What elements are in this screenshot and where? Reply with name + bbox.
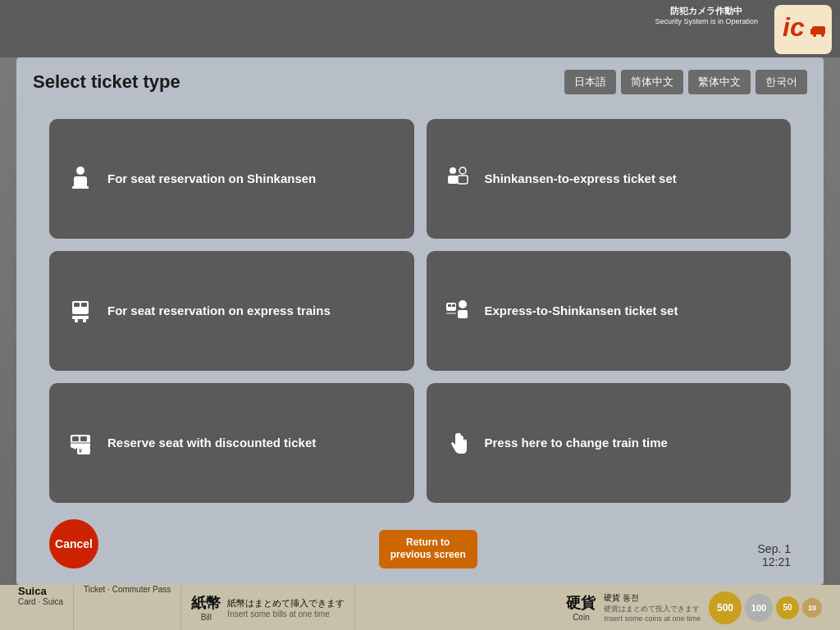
coin-desc-en: Insert some coins at one time <box>604 614 701 623</box>
suica-section: Suica Card · Suica <box>8 585 74 630</box>
screen-bottom: Cancel Return to previous screen Sep. 1 … <box>33 511 807 573</box>
express-shinkansen-set-label: Express-to-Shinkansen ticket set <box>485 303 678 319</box>
coin-50: 50 <box>776 596 799 619</box>
svg-text:+: + <box>73 445 77 452</box>
bottom-panel: Suica Card · Suica Ticket · Commuter Pas… <box>0 585 840 630</box>
security-title: 防犯カメラ作動中 <box>670 5 742 17</box>
shinkansen-express-set-label: Shinkansen-to-express ticket set <box>485 171 677 187</box>
screen-header: Select ticket type 日本語 简体中文 繁体中文 한국어 <box>33 70 807 94</box>
svg-rect-7 <box>72 186 89 189</box>
coin-sub1: 硬貨 동전 <box>604 592 701 604</box>
change-train-time-label: Press here to change train time <box>485 435 668 451</box>
suica-label2: Card · Suica <box>18 597 63 607</box>
coin-circles: 500 100 50 10 <box>709 591 822 624</box>
discount-seat-icon: + ¥ <box>66 428 95 458</box>
coin-kanji: 硬貨 <box>566 593 596 613</box>
svg-rect-6 <box>74 176 87 188</box>
svg-rect-14 <box>74 303 80 307</box>
express-connect-icon <box>443 296 472 326</box>
svg-rect-15 <box>81 303 87 307</box>
svg-rect-2 <box>810 29 814 34</box>
coin-section: 硬貨 Coin 硬貨 동전 硬貨はまとめて投入できます Insert some … <box>556 585 832 630</box>
svg-text:ic: ic <box>783 12 805 42</box>
security-notice: 防犯カメラ作動中 Security System is in Operation <box>655 5 758 25</box>
svg-point-10 <box>459 167 466 174</box>
language-buttons: 日本語 简体中文 繁体中文 한국어 <box>564 70 807 94</box>
bill-label: Bill <box>201 613 212 622</box>
ticket-grid: For seat reservation on Shinkansen Shink… <box>33 111 807 511</box>
express-shinkansen-set-button[interactable]: Express-to-Shinkansen ticket set <box>427 251 792 371</box>
bill-section: 紙幣 Bill 紙幣はまとめて挿入できます Insert some bills … <box>181 585 355 630</box>
ticket-label1: Ticket · Commuter Pass <box>84 585 171 595</box>
time-display: 12:21 <box>758 555 791 568</box>
shinkansen-express-set-button[interactable]: Shinkansen-to-express ticket set <box>427 119 792 239</box>
svg-rect-17 <box>75 319 78 322</box>
svg-rect-24 <box>446 313 456 314</box>
coin-500: 500 <box>709 591 742 624</box>
discounted-ticket-label: Reserve seat with discounted ticket <box>107 435 316 451</box>
svg-rect-11 <box>458 176 468 184</box>
screen-area: Select ticket type 日本語 简体中文 繁体中文 한국어 <box>16 57 824 585</box>
express-reservation-button[interactable]: For seat reservation on express trains <box>49 251 414 371</box>
express-seat-icon <box>66 296 95 326</box>
ic-card-logo: ic <box>774 5 832 54</box>
page-title: Select ticket type <box>33 71 180 93</box>
hand-pointer-icon <box>443 428 472 458</box>
train-seat-icon <box>66 164 95 194</box>
discounted-ticket-button[interactable]: + ¥ Reserve seat with discounted ticket <box>49 383 414 503</box>
svg-point-22 <box>459 300 467 308</box>
change-train-time-button[interactable]: Press here to change train time <box>427 383 792 503</box>
express-reservation-label: For seat reservation on express trains <box>107 303 331 319</box>
bill-desc-en: Insert some bills at one time <box>227 609 345 619</box>
top-panel: 防犯カメラ作動中 Security System is in Operation… <box>0 0 840 57</box>
return-label: Return to previous screen <box>390 536 466 561</box>
shinkansen-reservation-label: For seat reservation on Shinkansen <box>107 171 316 187</box>
svg-point-4 <box>821 34 824 37</box>
svg-point-5 <box>76 167 84 175</box>
coin-desc: 硬貨はまとめて投入できます <box>604 604 701 614</box>
shinkansen-reservation-button[interactable]: For seat reservation on Shinkansen <box>49 119 414 239</box>
coin-label: Coin <box>573 613 590 622</box>
svg-rect-18 <box>83 319 86 322</box>
svg-point-8 <box>450 167 456 174</box>
date-display: Sep. 1 <box>758 542 791 555</box>
svg-rect-9 <box>448 176 458 184</box>
svg-rect-1 <box>812 26 825 34</box>
train-connect-icon <box>443 164 472 194</box>
datetime: Sep. 1 12:21 <box>758 542 791 568</box>
ic-text: ic <box>781 8 826 51</box>
svg-rect-16 <box>72 316 89 319</box>
lang-btn-zh-hans[interactable]: 简体中文 <box>621 70 683 94</box>
machine-outer: 防犯カメラ作動中 Security System is in Operation… <box>0 0 840 630</box>
svg-rect-27 <box>80 436 87 441</box>
bill-kanji: 紙幣 <box>191 593 221 613</box>
bill-desc: 紙幣はまとめて挿入できます <box>227 597 345 609</box>
lang-btn-ja[interactable]: 日本語 <box>564 70 616 94</box>
coin-10: 10 <box>802 598 822 618</box>
lang-btn-zh-hant[interactable]: 繁体中文 <box>688 70 751 94</box>
lang-btn-ko[interactable]: 한국어 <box>756 70 807 94</box>
ticket-section: Ticket · Commuter Pass <box>74 585 181 630</box>
svg-text:¥: ¥ <box>79 448 82 454</box>
return-button[interactable]: Return to previous screen <box>379 530 477 568</box>
svg-rect-20 <box>448 304 451 307</box>
svg-point-3 <box>813 34 816 37</box>
security-subtitle: Security System is in Operation <box>655 17 758 25</box>
svg-rect-21 <box>452 304 455 307</box>
cancel-button[interactable]: Cancel <box>49 519 98 568</box>
coin-100: 100 <box>745 594 773 622</box>
svg-rect-23 <box>458 310 468 318</box>
svg-rect-26 <box>72 436 79 441</box>
suica-label1: Suica <box>18 585 47 597</box>
